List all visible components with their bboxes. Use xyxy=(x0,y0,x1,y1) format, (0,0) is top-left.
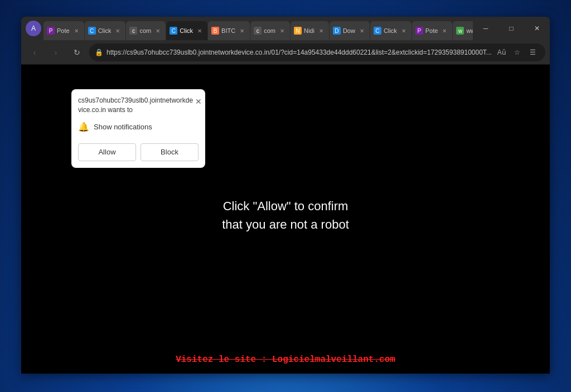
popup-buttons: Allow Block xyxy=(71,139,205,168)
tab-2[interactable]: C Click ✕ xyxy=(85,21,126,40)
tab-title-5: BITC xyxy=(221,27,235,34)
tab-title-4: Click xyxy=(180,27,193,34)
tab-close-4[interactable]: ✕ xyxy=(195,26,204,35)
tab-close-5[interactable]: ✕ xyxy=(238,26,246,35)
tab-title-8: Dow xyxy=(343,27,355,34)
tab-favicon-3: c xyxy=(129,27,137,35)
block-button[interactable]: Block xyxy=(141,143,199,161)
tab-7[interactable]: N Nidi ✕ xyxy=(291,21,329,40)
tab-favicon-5: B xyxy=(211,27,219,35)
tab-4-active[interactable]: C Click ✕ xyxy=(166,21,207,40)
browser-window: A P Pote ✕ C Click ✕ c com ✕ xyxy=(21,17,550,374)
minimize-button[interactable]: ─ xyxy=(473,20,499,37)
tab-favicon-4: C xyxy=(170,27,177,35)
page-text-line2: that you are not a robot xyxy=(222,215,349,234)
tabs-container: P Pote ✕ C Click ✕ c com ✕ C Click ✕ xyxy=(41,17,473,40)
tab-favicon-11: w xyxy=(456,27,464,35)
tab-1[interactable]: P Pote ✕ xyxy=(43,21,84,40)
tab-5[interactable]: B BITC ✕ xyxy=(208,21,250,40)
toolbar: ‹ › ↻ 🔒 https://cs9us7ohubcc739uslb0.joi… xyxy=(21,40,550,65)
tab-6[interactable]: c com ✕ xyxy=(250,21,290,40)
forward-button[interactable]: › xyxy=(47,43,65,61)
profile-icon[interactable]: A xyxy=(26,21,41,36)
tab-3[interactable]: c com ✕ xyxy=(126,21,166,40)
tab-title-7: Nidi xyxy=(304,27,314,34)
title-bar: A P Pote ✕ C Click ✕ c com ✕ xyxy=(21,17,550,40)
address-text: https://cs9us7ohubcc739uslb0.jointnetwor… xyxy=(107,49,492,56)
popup-close-button[interactable]: ✕ xyxy=(193,96,204,107)
back-button[interactable]: ‹ xyxy=(26,43,43,61)
tab-close-10[interactable]: ✕ xyxy=(440,26,449,35)
tab-title-11: wwv xyxy=(466,27,473,34)
popup-permission-row: 🔔 Show notifications xyxy=(71,118,205,139)
tab-close-2[interactable]: ✕ xyxy=(113,26,122,35)
tab-favicon-9: C xyxy=(374,27,381,35)
tab-favicon-2: C xyxy=(88,27,96,35)
tab-title-3: com xyxy=(139,27,151,34)
tab-close-3[interactable]: ✕ xyxy=(153,26,162,35)
content-area: Click "Allow" to confirm that you are no… xyxy=(21,65,550,374)
permission-label: Show notifications xyxy=(94,123,152,131)
notification-popup: cs9us7ohubcc739uslb0.jointnetworkde vice… xyxy=(71,89,205,168)
address-icons: Aǔ ☆ ☰ xyxy=(495,46,540,59)
popup-domain: cs9us7ohubcc739uslb0.jointnetworkde vice… xyxy=(78,96,193,115)
tab-title-1: Pote xyxy=(57,27,70,34)
read-aloud-button[interactable]: Aǔ xyxy=(495,46,509,59)
toolbar-right: ··· e xyxy=(549,43,550,61)
address-bar[interactable]: 🔒 https://cs9us7ohubcc739uslb0.jointnetw… xyxy=(89,43,545,61)
refresh-button[interactable]: ↻ xyxy=(68,43,86,61)
tab-close-8[interactable]: ✕ xyxy=(357,26,366,35)
page-text-line1: Click "Allow" to confirm xyxy=(222,197,349,215)
tab-10[interactable]: P Pote ✕ xyxy=(412,21,453,40)
tab-close-9[interactable]: ✕ xyxy=(399,26,408,35)
tab-8[interactable]: D Dow ✕ xyxy=(330,21,370,40)
popup-header: cs9us7ohubcc739uslb0.jointnetworkde vice… xyxy=(71,89,205,118)
maximize-button[interactable]: □ xyxy=(499,20,524,37)
tab-title-9: Click xyxy=(384,27,397,34)
lock-icon: 🔒 xyxy=(95,49,103,56)
tab-favicon-6: c xyxy=(254,27,262,35)
tab-title-6: com xyxy=(264,27,275,34)
tab-favicon-7: N xyxy=(294,27,302,35)
tab-9[interactable]: C Click ✕ xyxy=(370,21,412,40)
close-button[interactable]: ✕ xyxy=(524,20,550,37)
title-bar-left: A xyxy=(21,21,41,36)
page-main-text: Click "Allow" to confirm that you are no… xyxy=(222,197,349,234)
watermark-text: Visitez le site : Logicielmalveillant.co… xyxy=(176,355,395,365)
window-controls: ─ □ ✕ xyxy=(473,20,550,37)
collections-button[interactable]: ☰ xyxy=(526,46,540,59)
favorites-button[interactable]: ☆ xyxy=(511,46,524,59)
tab-title-2: Click xyxy=(98,27,112,34)
tab-favicon-1: P xyxy=(47,27,55,35)
tab-close-7[interactable]: ✕ xyxy=(317,26,326,35)
tab-close-6[interactable]: ✕ xyxy=(278,26,287,35)
tab-favicon-8: D xyxy=(333,27,341,35)
tab-title-10: Pote xyxy=(425,27,438,34)
bell-icon: 🔔 xyxy=(78,122,89,132)
tab-favicon-10: P xyxy=(415,27,423,35)
tab-close-1[interactable]: ✕ xyxy=(72,26,81,35)
allow-button[interactable]: Allow xyxy=(78,143,136,161)
more-button[interactable]: ··· xyxy=(549,43,550,61)
tab-11[interactable]: w wwv ✕ xyxy=(453,21,473,40)
